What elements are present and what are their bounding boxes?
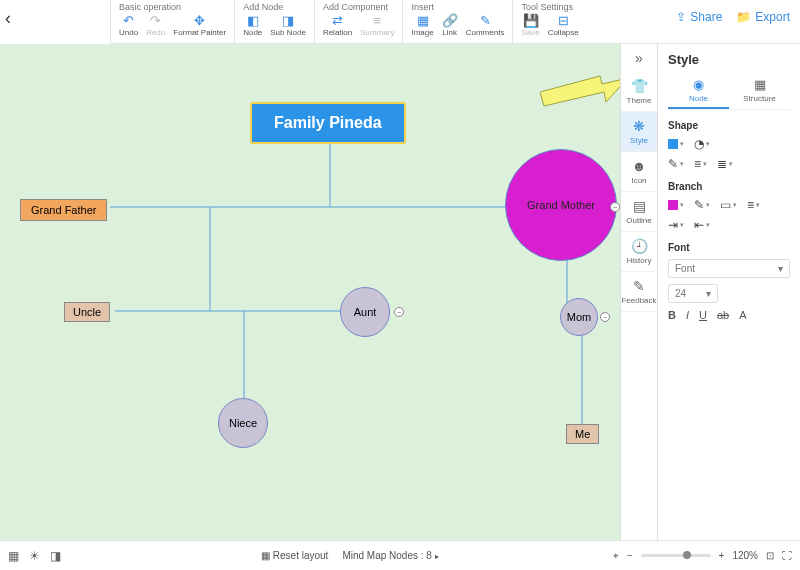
node-root-label: Family Pineda [274,114,382,132]
export-button[interactable]: 📁Export [736,10,790,24]
collapse-toggle-grandmother[interactable]: − [610,202,620,212]
shape-shape-control[interactable]: ◔▾ [694,137,710,151]
tool-label: Redo [146,28,165,37]
bold-button[interactable]: B [668,309,676,321]
branch-width-control[interactable]: ≡▾ [747,198,760,212]
fontcolor-button[interactable]: A [739,309,746,321]
tool-undo[interactable]: ↶Undo [119,14,138,37]
share-button[interactable]: ⇪Share [676,10,722,24]
format-painter-icon: ✥ [194,14,205,28]
branch-color-control[interactable]: ▾ [668,200,684,210]
node-grandfather[interactable]: Grand Father [20,199,107,221]
font-style-row: B I U ab A [668,309,790,321]
annotation-arrow [540,74,620,114]
node-me[interactable]: Me [566,424,599,444]
zoom-thumb[interactable] [683,551,691,559]
shape-border-control[interactable]: ✎▾ [668,157,684,171]
tool-image[interactable]: ▦Image [411,14,433,37]
font-family-value: Font [675,263,695,274]
tool-group: Add Component⇄Relation≡Summary [314,0,403,44]
zoom-slider[interactable] [641,554,711,557]
sidetab-label: Feedback [621,296,656,305]
history-icon: 🕘 [631,238,648,254]
collapse-toggle-mom[interactable]: − [600,312,610,322]
undo-icon: ↶ [123,14,134,28]
export-icon: 📁 [736,10,751,24]
fit-view-icon[interactable]: ⊡ [766,550,774,561]
tool-label: Collapse [548,28,579,37]
node-grandmother[interactable]: Grand Mother [505,149,617,261]
center-view-icon[interactable]: ⌖ [613,550,619,562]
sidetab-theme[interactable]: 👕Theme [621,72,657,112]
italic-button[interactable]: I [686,309,689,321]
grid-icon[interactable]: ▦ [8,549,19,563]
node-icon: ◧ [247,14,259,28]
tool-group: Add Node◧Node◨Sub Node [234,0,314,44]
collapse-toggle-aunt[interactable]: − [394,307,404,317]
section-shape-title: Shape [668,120,790,131]
branch-line-control[interactable]: ✎▾ [694,198,710,212]
branch-align1-control[interactable]: ⇥▾ [668,218,684,232]
node-niece[interactable]: Niece [218,398,268,448]
shape-linestyle-control[interactable]: ≡▾ [694,157,707,171]
node-tab-icon: ◉ [668,77,729,92]
font-size-select[interactable]: 24▾ [668,284,718,303]
tool-label: Undo [119,28,138,37]
tool-format-painter[interactable]: ✥Format Painter [173,14,226,37]
collapse-panel-button[interactable]: » [621,44,657,72]
shape-fill-control[interactable]: ▾ [668,139,684,149]
sidetab-label: Theme [627,96,652,105]
mindmap-canvas[interactable]: Family Pineda Grand Father Grand Mother … [0,44,620,540]
back-button[interactable]: ‹ [5,8,11,29]
sidetab-label: History [627,256,652,265]
sidetab-style[interactable]: ❋Style [621,112,657,152]
font-family-select[interactable]: Font▾ [668,259,790,278]
strike-button[interactable]: ab [717,309,729,321]
branch-align2-control[interactable]: ⇤▾ [694,218,710,232]
tool-label: Relation [323,28,352,37]
node-mom-label: Mom [567,311,591,323]
tool-collapse[interactable]: ⊟Collapse [548,14,579,37]
relation-icon: ⇄ [332,14,343,28]
node-mom[interactable]: Mom [560,298,598,336]
tool-group: Basic operation↶Undo↷Redo✥Format Painter [110,0,234,44]
node-root[interactable]: Family Pineda [250,102,406,144]
zoom-in-button[interactable]: + [719,550,725,561]
branch-box-control[interactable]: ▭▾ [720,198,737,212]
paneltab-node[interactable]: ◉Node [668,77,729,109]
fullscreen-icon[interactable]: ⛶ [782,550,792,561]
tool-group-title: Insert [411,2,504,12]
tool-comments[interactable]: ✎Comments [466,14,505,37]
theme-icon: 👕 [631,78,648,94]
tool-sub-node[interactable]: ◨Sub Node [270,14,306,37]
sidetab-icon[interactable]: ☻Icon [621,152,657,192]
sidetab-history[interactable]: 🕘History [621,232,657,272]
tool-label: Sub Node [270,28,306,37]
paneltab-structure[interactable]: ▦Structure [729,77,790,109]
tool-group-title: Tool Settings [521,2,578,12]
reset-layout-label: Reset layout [273,550,329,561]
underline-button[interactable]: U [699,309,707,321]
export-label: Export [755,10,790,24]
shape-linewidth-control[interactable]: ≣▾ [717,157,733,171]
tool-label: Summary [360,28,394,37]
brightness-icon[interactable]: ☀ [29,549,40,563]
zoom-level-label: 120% [732,550,758,561]
zoom-out-button[interactable]: − [627,550,633,561]
top-actions: ⇪Share 📁Export [676,10,790,24]
tool-node[interactable]: ◧Node [243,14,262,37]
side-column: » 👕Theme❋Style☻Icon▤Outline🕘History✎Feed… [620,44,658,540]
panel-title: Style [668,52,790,67]
sidetab-outline[interactable]: ▤Outline [621,192,657,232]
style-icon: ❋ [633,118,645,134]
node-aunt[interactable]: Aunt [340,287,390,337]
share-label: Share [690,10,722,24]
sidetab-feedback[interactable]: ✎Feedback [621,272,657,312]
layers-icon[interactable]: ◨ [50,549,61,563]
tool-relation[interactable]: ⇄Relation [323,14,352,37]
tool-redo: ↷Redo [146,14,165,37]
reset-layout-button[interactable]: ▦ Reset layout [261,550,328,561]
node-uncle[interactable]: Uncle [64,302,110,322]
font-size-value: 24 [675,288,686,299]
tool-link[interactable]: 🔗Link [442,14,458,37]
